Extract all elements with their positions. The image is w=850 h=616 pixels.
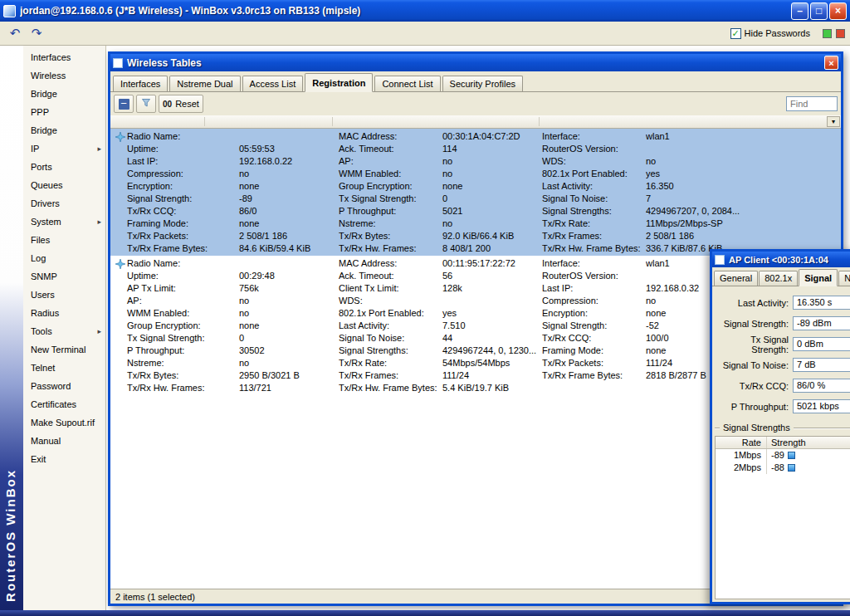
sidebar-item-label: Wireless xyxy=(31,71,66,81)
redo-button[interactable]: ↷ xyxy=(27,24,46,42)
sidebar-item-label: Password xyxy=(31,381,71,391)
sidebar-item-interfaces[interactable]: Interfaces xyxy=(23,48,105,66)
sidebar-item-password[interactable]: Password xyxy=(23,377,105,395)
minimize-button[interactable]: – xyxy=(791,2,808,20)
wireless-tabs: InterfacesNstreme DualAccess ListRegistr… xyxy=(110,71,841,92)
field-value: no xyxy=(442,168,542,180)
tab-registration[interactable]: Registration xyxy=(305,73,373,92)
field-label: Last IP: xyxy=(127,155,239,168)
sidebar-item-label: SNMP xyxy=(31,271,57,281)
app-titlebar[interactable]: jordan@192.168.0.6 (J*B Wireless) - WinB… xyxy=(0,0,850,22)
sidebar-item-ports[interactable]: Ports xyxy=(23,158,105,176)
field-value xyxy=(442,295,542,307)
sidebar-item-radius[interactable]: Radius xyxy=(23,304,105,322)
sidebar-item-ppp[interactable]: PPP xyxy=(23,103,105,121)
sidebar-item-tools[interactable]: Tools▸ xyxy=(23,322,105,340)
column-separator xyxy=(204,117,205,126)
maximize-button[interactable]: □ xyxy=(810,2,828,20)
field-label: P Throughput: xyxy=(127,345,239,357)
field-label: Ack. Timeout: xyxy=(339,270,442,282)
tab-general[interactable]: General xyxy=(714,271,758,286)
sidebar-item-manual[interactable]: Manual xyxy=(23,432,105,450)
signal-bar-icon xyxy=(788,452,795,459)
hide-passwords-checkbox[interactable]: ✓ xyxy=(730,28,741,39)
sidebar-item-certificates[interactable]: Certificates xyxy=(23,395,105,413)
registration-entry[interactable]: Radio Name:MAC Address:00:30:1A:04:C7:2D… xyxy=(110,129,841,256)
tab-802-1x[interactable]: 802.1x xyxy=(759,271,798,286)
field-value: 4294967244, 0, 1230... xyxy=(442,345,542,357)
ap-client-tabs: General802.1xSignalNstre xyxy=(712,267,850,286)
icon-spacer xyxy=(114,307,127,320)
sidebar-item-drivers[interactable]: Drivers xyxy=(23,194,105,213)
field-label: RouterOS Version: xyxy=(542,143,646,155)
field-label: AP: xyxy=(339,155,442,168)
sidebar-item-log[interactable]: Log xyxy=(23,249,105,267)
column-selector-button[interactable]: ▾ xyxy=(827,116,840,127)
sidebar-item-queues[interactable]: Queues xyxy=(23,176,105,194)
reset-button[interactable]: 00 Reset xyxy=(159,95,203,113)
field-value-box[interactable]: -89 dBm xyxy=(793,316,850,330)
sidebar-item-make-supout-rif[interactable]: Make Supout.rif xyxy=(23,413,105,432)
signal-strength-row[interactable]: 2Mbps-88 xyxy=(716,462,850,474)
field-value: none xyxy=(239,180,339,193)
field-label: Tx/Rx Frame Bytes: xyxy=(127,242,239,255)
field-value: 2 508/1 186 xyxy=(239,230,339,242)
sidebar-item-bridge[interactable]: Bridge xyxy=(23,121,105,139)
tab-security-profiles[interactable]: Security Profiles xyxy=(442,76,523,91)
field-label: Tx/Rx Hw. Frame Bytes: xyxy=(542,242,646,255)
sidebar-item-label: Drivers xyxy=(31,198,60,208)
redo-icon: ↷ xyxy=(32,26,42,41)
registration-table-header[interactable]: ▾ xyxy=(110,115,841,129)
field-value-box[interactable]: 5021 kbps xyxy=(793,399,850,413)
sidebar-item-system[interactable]: System▸ xyxy=(23,213,105,231)
tab-connect-list[interactable]: Connect List xyxy=(374,76,440,91)
maximize-icon: □ xyxy=(816,5,822,17)
field-label: Ack. Timeout: xyxy=(339,143,442,155)
field-label: WMM Enabled: xyxy=(127,307,239,320)
sidebar-item-snmp[interactable]: SNMP xyxy=(23,267,105,286)
field-label: Tx Signal Strength: xyxy=(339,193,442,205)
sidebar-item-bridge[interactable]: Bridge xyxy=(23,85,105,103)
field-value-box[interactable]: 7 dB xyxy=(793,358,850,372)
window-title: Wireless Tables xyxy=(127,57,824,69)
icon-spacer xyxy=(114,345,127,357)
field-value-box[interactable]: 16.350 s xyxy=(793,296,850,310)
wireless-toolbar: − 00 Reset xyxy=(110,92,841,115)
sidebar-item-ip[interactable]: IP▸ xyxy=(23,139,105,158)
field-value-box[interactable]: 86/0 % xyxy=(793,379,850,393)
tab-signal[interactable]: Signal xyxy=(799,269,838,286)
undo-button[interactable]: ↶ xyxy=(5,24,25,42)
sidebar-item-telnet[interactable]: Telnet xyxy=(23,359,105,377)
entry-line: Radio Name:MAC Address:00:30:1A:04:C7:2D… xyxy=(110,130,841,143)
signal-table-header[interactable]: Rate Strength xyxy=(716,437,850,449)
field-label: Tx/Rx CCQ: xyxy=(542,332,646,345)
sidebar-item-exit[interactable]: Exit xyxy=(23,450,105,468)
field-label: Tx/Rx CCQ: xyxy=(712,381,793,391)
tab-nstre[interactable]: Nstre xyxy=(838,271,850,286)
sidebar-item-users[interactable]: Users xyxy=(23,286,105,304)
tab-interfaces[interactable]: Interfaces xyxy=(113,76,168,91)
filter-button[interactable] xyxy=(136,95,156,113)
sidebar-item-new-terminal[interactable]: New Terminal xyxy=(23,340,105,359)
signal-strength-row[interactable]: 1Mbps-89 xyxy=(716,449,850,462)
field-value: 16.350 xyxy=(646,180,841,193)
field-value: no xyxy=(239,357,339,369)
field-value-box[interactable]: 0 dBm xyxy=(793,337,850,351)
icon-spacer xyxy=(114,242,127,255)
tab-nstreme-dual[interactable]: Nstreme Dual xyxy=(169,76,240,91)
group-line xyxy=(794,428,850,428)
wireless-close-button[interactable]: × xyxy=(824,56,838,70)
field-value: no xyxy=(239,295,339,307)
sidebar-item-files[interactable]: Files xyxy=(23,231,105,249)
window-icon xyxy=(113,58,123,68)
field-label: Tx/Rx Bytes: xyxy=(339,230,442,242)
tab-access-list[interactable]: Access List xyxy=(242,76,304,91)
find-input[interactable] xyxy=(786,96,838,111)
remove-button[interactable]: − xyxy=(114,95,134,113)
close-app-button[interactable]: × xyxy=(829,2,847,20)
sidebar-item-wireless[interactable]: Wireless xyxy=(23,66,105,85)
wireless-tables-titlebar[interactable]: Wireless Tables × xyxy=(110,54,841,71)
ap-client-titlebar[interactable]: AP Client <00:30:1A:04 xyxy=(712,252,850,267)
field-value: none xyxy=(442,180,542,193)
signal-strengths-group-label: Signal Strengths xyxy=(720,423,794,433)
